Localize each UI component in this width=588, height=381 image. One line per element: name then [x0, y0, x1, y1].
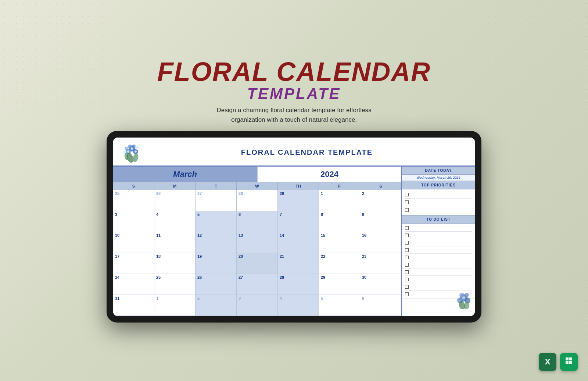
cal-day[interactable]: 16 [360, 232, 401, 253]
cal-day[interactable]: 26 [196, 274, 237, 295]
todo-item-2[interactable] [405, 239, 472, 246]
calendar-inner-title: FLORAL CALENDAR TEMPLATE [145, 148, 469, 157]
day-header-tue: T [196, 182, 237, 190]
cal-day[interactable]: 5 [319, 295, 360, 316]
cal-day[interactable]: 4 [154, 211, 196, 232]
flower-decoration [119, 141, 145, 163]
todo-item-6[interactable] [405, 268, 472, 276]
cal-day[interactable]: 27 [237, 274, 278, 295]
priority-checkbox-2[interactable] [405, 208, 409, 212]
day-header-fri: F [319, 182, 360, 190]
cal-day[interactable]: 29 [319, 274, 360, 295]
cal-day[interactable]: 31 [113, 295, 154, 316]
cal-day[interactable]: 12 [196, 232, 237, 253]
tablet-device: FLORAL CALENDAR TEMPLATE March 2024 S M … [107, 131, 481, 323]
priority-item-0[interactable] [405, 191, 472, 199]
cal-day[interactable]: 4 [278, 295, 319, 316]
cal-day[interactable]: 19 [196, 253, 237, 274]
svg-rect-24 [566, 361, 569, 364]
todo-checkbox-9[interactable] [405, 292, 409, 296]
cal-day[interactable]: 2 [196, 295, 237, 316]
calendar-header-bar: FLORAL CALENDAR TEMPLATE [113, 138, 475, 167]
todo-item-5[interactable] [405, 261, 472, 268]
todo-item-3[interactable] [405, 246, 472, 254]
cal-day[interactable]: 24 [113, 274, 154, 295]
svg-point-5 [125, 147, 128, 150]
cal-day[interactable]: 6 [237, 211, 278, 232]
description-line2: organization with a touch of natural ele… [231, 116, 357, 123]
todo-checkbox-3[interactable] [405, 248, 409, 252]
cal-day[interactable]: 25 [154, 274, 196, 295]
cal-day[interactable]: 8 [319, 211, 360, 232]
todo-item-0[interactable] [405, 224, 472, 232]
cal-day[interactable]: 14 [278, 232, 319, 253]
cal-day[interactable]: 7 [278, 211, 319, 232]
svg-point-18 [465, 293, 469, 297]
cal-day[interactable]: 29 [278, 190, 319, 211]
todo-section: TO DO LIST [402, 216, 475, 299]
cal-day[interactable]: 21 [278, 253, 319, 274]
sheets-icon[interactable] [560, 353, 578, 371]
cal-day[interactable]: 9 [360, 211, 401, 232]
date-today-value: Wednesday, March 20, 2024 [402, 175, 475, 181]
cal-day[interactable]: 27 [196, 190, 237, 211]
cal-week-5: 31123456 [113, 295, 401, 316]
header-section: FLORAL CALENDAR TEMPLATE Design a charmi… [157, 58, 431, 124]
top-priorities-section: TOP PRIORITIES [402, 181, 475, 216]
todo-checkbox-2[interactable] [405, 241, 409, 245]
cal-day[interactable]: 15 [319, 232, 360, 253]
day-header-thu: TH [278, 182, 319, 190]
cal-day[interactable]: 22 [319, 253, 360, 274]
cal-day[interactable]: 6 [360, 295, 401, 316]
cal-day[interactable]: 30 [360, 274, 401, 295]
svg-point-13 [135, 150, 137, 153]
cal-day[interactable]: 25 [113, 190, 154, 211]
priority-item-1[interactable] [405, 199, 472, 206]
cal-week-1: 3456789 [113, 211, 401, 232]
todo-checkbox-8[interactable] [405, 285, 409, 289]
cal-day[interactable]: 28 [237, 190, 278, 211]
todo-item-1[interactable] [405, 232, 472, 239]
cal-day[interactable]: 28 [278, 274, 319, 295]
cal-day[interactable]: 1 [319, 190, 360, 211]
day-header-sat: S [360, 182, 401, 190]
todo-item-4[interactable] [405, 254, 472, 261]
tablet-screen: FLORAL CALENDAR TEMPLATE March 2024 S M … [113, 138, 475, 316]
sub-title: TEMPLATE [157, 85, 431, 103]
cal-day[interactable]: 20 [237, 253, 278, 274]
cal-day[interactable]: 5 [196, 211, 237, 232]
cal-day[interactable]: 26 [154, 190, 196, 211]
todo-checkbox-7[interactable] [405, 278, 409, 281]
todo-checkbox-1[interactable] [405, 234, 409, 237]
cal-day[interactable]: 11 [154, 232, 196, 253]
todo-checkbox-6[interactable] [405, 270, 409, 274]
cal-day[interactable]: 3 [113, 211, 154, 232]
todo-checkbox-4[interactable] [405, 256, 409, 259]
svg-point-12 [127, 150, 129, 153]
cal-day[interactable]: 2 [360, 190, 401, 211]
todo-checkbox-5[interactable] [405, 263, 409, 267]
cal-week-3: 17181920212223 [113, 253, 401, 274]
cal-day[interactable]: 1 [154, 295, 196, 316]
svg-rect-22 [566, 357, 569, 360]
cal-day[interactable]: 13 [237, 232, 278, 253]
todo-header: TO DO LIST [402, 216, 475, 224]
todo-item-7[interactable] [405, 276, 472, 283]
cal-day[interactable]: 23 [360, 253, 401, 274]
cal-day[interactable]: 3 [237, 295, 278, 316]
priority-item-2[interactable] [405, 206, 472, 214]
excel-icon[interactable]: X [539, 353, 556, 371]
cal-day[interactable]: 10 [113, 232, 154, 253]
todo-checkbox-0[interactable] [405, 226, 409, 230]
calendar-weeks: 2526272829123456789101112131415161718192… [113, 190, 401, 316]
right-panel: DATE TODAY Wednesday, March 20, 2024 TOP… [401, 167, 475, 316]
priority-checkbox-0[interactable] [405, 193, 409, 196]
main-title: FLORAL CALENDAR [157, 58, 431, 85]
priority-checkbox-1[interactable] [405, 200, 409, 204]
description: Design a charming floral calendar templa… [157, 106, 431, 124]
excel-label: X [545, 357, 551, 367]
top-priorities-header: TOP PRIORITIES [402, 181, 475, 189]
cal-day[interactable]: 18 [154, 253, 196, 274]
cal-day[interactable]: 17 [113, 253, 154, 274]
bottom-floral-decoration [453, 289, 475, 309]
